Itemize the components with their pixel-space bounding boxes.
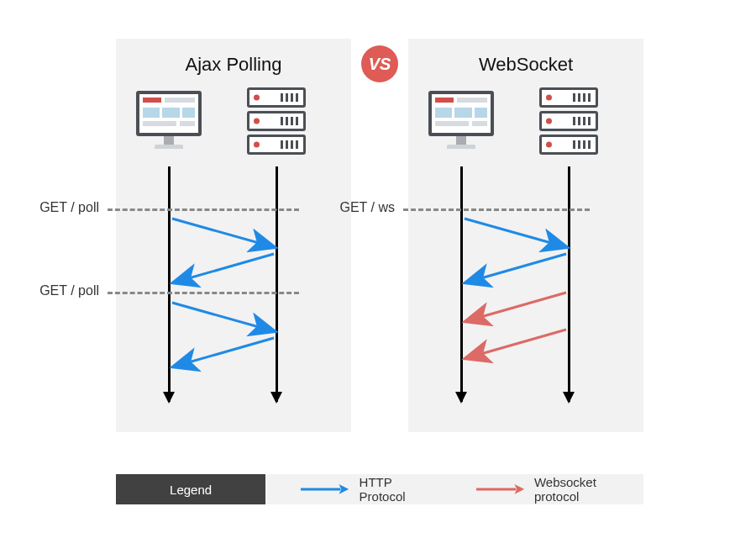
lifeline-client-left (168, 166, 171, 402)
event-label: GET / poll (27, 283, 99, 298)
legend-item-http: HTTP Protocol (299, 475, 440, 504)
event-label: GET / ws (329, 200, 395, 215)
legend-label: Websocket protocol (534, 475, 643, 504)
event-divider (108, 292, 299, 294)
lifeline-server-right (568, 166, 570, 402)
diagram-stage: Ajax Polling WebSocket VS GET / poll GET… (0, 0, 756, 533)
event-divider (403, 208, 590, 211)
lifeline-server-left (276, 166, 278, 402)
monitor-icon (428, 91, 494, 149)
vs-badge: VS (361, 45, 398, 82)
monitor-icon (136, 91, 202, 149)
legend-item-ws: Websocket protocol (475, 475, 643, 504)
panel-title-left: Ajax Polling (116, 54, 351, 76)
arrow-icon (299, 484, 349, 494)
legend-label: HTTP Protocol (360, 475, 441, 504)
event-label: GET / poll (27, 200, 99, 215)
lifeline-client-right (460, 166, 463, 402)
legend-title: Legend (116, 474, 265, 504)
legend: Legend HTTP Protocol Websocket protocol (116, 474, 643, 504)
event-divider (108, 208, 299, 211)
panel-title-right: WebSocket (408, 54, 643, 76)
server-icon (247, 87, 306, 158)
arrow-icon (475, 484, 524, 494)
vs-label: VS (369, 55, 391, 74)
server-icon (539, 87, 598, 158)
